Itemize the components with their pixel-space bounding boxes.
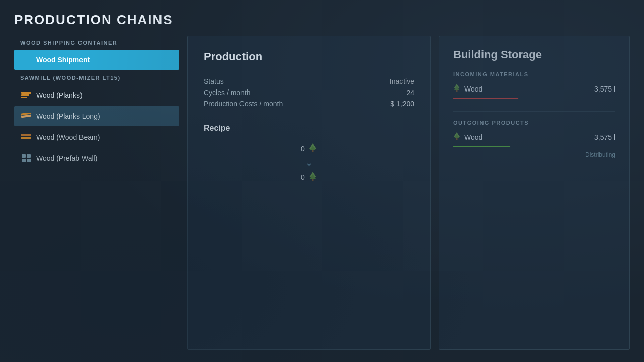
building-storage-title: Building Storage xyxy=(453,48,615,61)
page-wrapper: PRODUCTION CHAINS WOOD SHIPPING CONTAINE… xyxy=(0,0,644,362)
status-row: Status Inactive xyxy=(204,77,414,85)
incoming-item-wood: Wood 3,575 l xyxy=(453,83,615,99)
svg-rect-5 xyxy=(21,134,31,136)
list-item-wood-beam[interactable]: Wood (Wood Beam) xyxy=(14,127,179,147)
middle-panel: Production Status Inactive Cycles / mont… xyxy=(187,36,431,350)
recipe-output-count: 0 xyxy=(301,173,305,182)
recipe-input: 0 xyxy=(301,143,317,154)
costs-label: Production Costs / month xyxy=(204,100,283,108)
cycles-value: 24 xyxy=(406,88,414,97)
production-info: Status Inactive Cycles / month 24 Produc… xyxy=(204,77,414,108)
svg-rect-10 xyxy=(27,159,31,162)
outgoing-tree-icon xyxy=(453,132,460,143)
status-label: Status xyxy=(204,77,224,85)
list-item-label: Wood (Prefab Wall) xyxy=(36,154,97,162)
shipment-icon xyxy=(21,55,31,65)
svg-rect-16 xyxy=(312,179,313,181)
svg-rect-1 xyxy=(21,94,29,96)
svg-rect-22 xyxy=(456,138,458,140)
list-item-wood-shipment[interactable]: Wood Shipment xyxy=(14,50,179,70)
plank-long-icon xyxy=(21,111,31,121)
incoming-wood-value: 3,575 l xyxy=(594,85,615,93)
list-item-label: Wood (Planks) xyxy=(36,91,83,99)
incoming-header: INCOMING MATERIALS xyxy=(453,71,615,77)
recipe-output: 0 xyxy=(301,171,317,183)
recipe-input-count: 0 xyxy=(301,145,305,153)
list-item-label: Wood Shipment xyxy=(36,56,90,64)
svg-rect-9 xyxy=(22,159,26,162)
costs-row: Production Costs / month $ 1,200 xyxy=(204,100,414,108)
storage-divider xyxy=(453,111,615,112)
section-header-shipping: WOOD SHIPPING CONTAINER xyxy=(14,36,179,49)
list-item-wood-prefab-wall[interactable]: Wood (Prefab Wall) xyxy=(14,148,179,168)
svg-rect-0 xyxy=(21,92,31,94)
page-title: PRODUCTION CHAINS xyxy=(14,12,630,28)
cycles-row: Cycles / month 24 xyxy=(204,88,414,97)
recipe-section: Recipe 0 ⌄ 0 xyxy=(204,124,414,183)
tree-icon-output xyxy=(309,171,317,183)
list-item-wood-planks-long[interactable]: Wood (Planks Long) xyxy=(14,106,179,126)
list-item-wood-planks[interactable]: Wood (Planks) xyxy=(14,85,179,105)
right-panel: Building Storage INCOMING MATERIALS Wood xyxy=(439,36,630,350)
list-item-label: Wood (Wood Beam) xyxy=(36,133,100,141)
recipe-flow: 0 ⌄ 0 xyxy=(204,143,414,183)
list-item-label: Wood (Planks Long) xyxy=(36,112,100,120)
incoming-wood-name: Wood xyxy=(464,85,482,93)
outgoing-item-wood: Wood 3,575 l Distributing xyxy=(453,132,615,158)
wall-icon xyxy=(21,153,31,163)
outgoing-header: OUTGOING PRODUCTS xyxy=(453,120,615,126)
distributing-label: Distributing xyxy=(453,151,615,158)
svg-rect-19 xyxy=(456,90,458,92)
svg-rect-7 xyxy=(22,154,26,158)
incoming-tree-icon xyxy=(453,83,460,95)
main-content: WOOD SHIPPING CONTAINER Wood Shipment SA… xyxy=(14,36,630,350)
outgoing-bar xyxy=(453,146,510,147)
left-panel: WOOD SHIPPING CONTAINER Wood Shipment SA… xyxy=(14,36,179,350)
outgoing-wood-value: 3,575 l xyxy=(594,133,615,141)
cycles-label: Cycles / month xyxy=(204,88,251,97)
tree-icon-input xyxy=(309,143,317,154)
plank-icon xyxy=(21,90,31,100)
incoming-bar xyxy=(453,98,518,99)
costs-value: $ 1,200 xyxy=(390,100,414,108)
status-value: Inactive xyxy=(390,77,414,85)
svg-rect-13 xyxy=(312,150,313,152)
recipe-title: Recipe xyxy=(204,124,414,133)
svg-rect-6 xyxy=(21,137,31,139)
beam-icon xyxy=(21,132,31,142)
section-header-sawmill: SAWMILL (WOOD-MIZER LT15) xyxy=(14,71,179,84)
outgoing-wood-name: Wood xyxy=(464,133,482,141)
recipe-arrow-icon: ⌄ xyxy=(305,157,313,168)
svg-rect-8 xyxy=(27,154,31,158)
production-title: Production xyxy=(204,50,414,63)
svg-rect-2 xyxy=(21,97,27,98)
